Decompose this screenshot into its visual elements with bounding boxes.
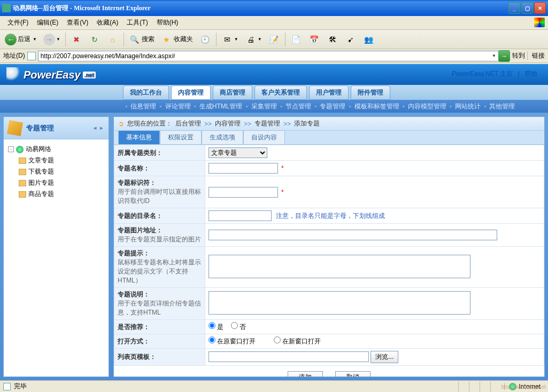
window-title: 动易网络--后台管理 - Microsoft Internet Explorer <box>13 4 508 13</box>
home-button[interactable]: ⌂ <box>104 32 121 47</box>
tool-button-2[interactable]: 📅 <box>306 32 323 47</box>
mail-icon: ✉ <box>221 34 233 45</box>
page-icon <box>27 52 36 60</box>
go-label[interactable]: 转到 <box>512 51 525 60</box>
menu-view[interactable]: 查看(V) <box>63 17 92 28</box>
chevron-down-icon: ▼ <box>234 37 238 42</box>
cursor-icon: ➹ <box>345 34 357 45</box>
app-icon <box>2 4 11 12</box>
menu-favorites[interactable]: 收藏(A) <box>92 17 122 28</box>
calendar-icon: 📅 <box>308 34 320 45</box>
search-icon: 🔍 <box>129 34 141 45</box>
back-button[interactable]: ← 后退▼ <box>2 32 40 47</box>
menu-help[interactable]: 帮助(H) <box>152 17 183 28</box>
address-label: 地址(D) <box>3 51 25 60</box>
minimize-button[interactable]: _ <box>508 2 520 14</box>
back-arrow-icon: ← <box>5 34 17 45</box>
refresh-button[interactable]: ↻ <box>86 32 103 47</box>
print-icon: 🖨 <box>245 34 257 45</box>
links-label[interactable]: 链接 <box>527 51 545 60</box>
search-button[interactable]: 🔍搜索 <box>126 32 157 47</box>
favorites-button[interactable]: ★收藏夹 <box>158 32 196 47</box>
menu-edit[interactable]: 编辑(E) <box>33 17 63 28</box>
close-button[interactable]: ✕ <box>534 2 546 14</box>
windows-logo-icon <box>534 18 545 27</box>
messenger-button[interactable]: 👥 <box>360 32 377 47</box>
messenger-icon: 👥 <box>363 34 375 45</box>
menu-tools[interactable]: 工具(T) <box>122 17 152 28</box>
edit-icon: 📝 <box>268 34 280 45</box>
go-button[interactable]: → <box>498 50 510 62</box>
toolbar: ← 后退▼ →▼ ✖ ↻ ⌂ 🔍搜索 ★收藏夹 🕘 ✉▼ 🖨▼ 📝 📄 📅 🛠 … <box>0 30 548 49</box>
doc-icon: 📄 <box>290 34 302 45</box>
forward-arrow-icon: → <box>43 34 55 45</box>
chevron-down-icon[interactable]: ▼ <box>492 53 496 58</box>
print-button[interactable]: 🖨▼ <box>242 32 265 47</box>
home-icon: ⌂ <box>107 34 119 45</box>
menu-file[interactable]: 文件(F) <box>3 17 33 28</box>
forward-button[interactable]: →▼ <box>41 32 63 47</box>
chevron-down-icon: ▼ <box>32 37 37 42</box>
settings-icon: 🛠 <box>327 34 338 45</box>
mail-button[interactable]: ✉▼ <box>219 32 241 47</box>
tool-button-4[interactable]: ➹ <box>342 32 359 47</box>
address-bar: 地址(D) ▼ → 转到 链接 <box>0 49 548 63</box>
tool-button-3[interactable]: 🛠 <box>324 32 341 47</box>
tool-button-1[interactable]: 📄 <box>288 32 305 47</box>
chevron-down-icon: ▼ <box>56 37 60 42</box>
stop-button[interactable]: ✖ <box>68 32 85 47</box>
stop-icon: ✖ <box>71 34 82 45</box>
star-icon: ★ <box>161 34 173 45</box>
window-titlebar: 动易网络--后台管理 - Microsoft Internet Explorer… <box>0 0 548 16</box>
history-icon: 🕘 <box>199 34 211 45</box>
history-button[interactable]: 🕘 <box>197 32 214 47</box>
chevron-down-icon: ▼ <box>258 37 262 42</box>
address-input[interactable] <box>38 51 500 61</box>
refresh-icon: ↻ <box>89 34 101 45</box>
maximize-button[interactable]: ▢ <box>521 2 533 14</box>
menubar: 文件(F) 编辑(E) 查看(V) 收藏(A) 工具(T) 帮助(H) <box>0 16 548 30</box>
edit-button[interactable]: 📝 <box>266 32 283 47</box>
